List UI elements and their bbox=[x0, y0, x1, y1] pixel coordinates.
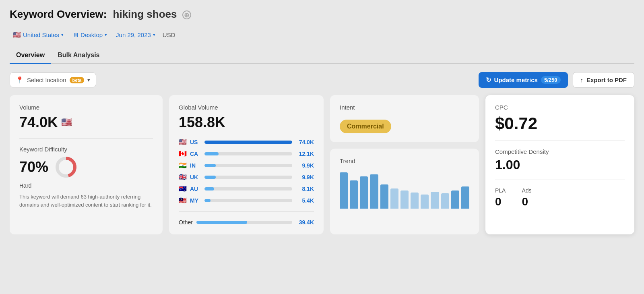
cpc-label: CPC bbox=[495, 104, 625, 111]
location-placeholder: Select location bbox=[27, 77, 66, 83]
pla-item: PLA 0 bbox=[495, 187, 506, 208]
pla-value: 0 bbox=[495, 195, 506, 208]
toolbar: 📍 Select location beta ▾ ↻ Update metric… bbox=[10, 72, 634, 88]
tabs-bar: Overview Bulk Analysis bbox=[10, 48, 634, 64]
location-selector-btn[interactable]: 🇺🇸 United States ▾ bbox=[10, 29, 67, 40]
global-volume-card: Global Volume 158.8K 🇺🇸 US 74.0K 🇨🇦 CA 1… bbox=[169, 95, 324, 234]
device-selector-btn[interactable]: 🖥 Desktop ▾ bbox=[69, 30, 110, 40]
kd-level: Hard bbox=[19, 182, 153, 189]
other-row: Other 39.4K bbox=[179, 219, 314, 226]
trend-bar-6 bbox=[390, 188, 398, 209]
trend-bar-8 bbox=[411, 193, 419, 209]
trend-bar-7 bbox=[400, 190, 409, 209]
location-dropdown-chevron-icon: ▾ bbox=[87, 77, 90, 83]
cpc-value: $0.72 bbox=[495, 114, 625, 133]
comp-density-value: 1.00 bbox=[495, 157, 625, 172]
page-title: Keyword Overview: hiking shoes ⊕ bbox=[10, 8, 191, 21]
ads-value: 0 bbox=[522, 195, 531, 208]
currency-label: USD bbox=[163, 31, 175, 38]
trend-card: Trend bbox=[330, 149, 479, 234]
export-pdf-button[interactable]: ↑ Export to PDF bbox=[573, 72, 635, 88]
kd-row: 70% bbox=[19, 156, 153, 178]
global-volume-value: 158.8K bbox=[179, 114, 314, 131]
device-icon: 🖥 bbox=[72, 31, 78, 38]
export-icon: ↑ bbox=[580, 77, 584, 83]
tab-overview[interactable]: Overview bbox=[10, 48, 51, 64]
location-label: United States bbox=[23, 31, 59, 38]
country-row-ca: 🇨🇦 CA 12.1K bbox=[179, 150, 314, 157]
date-selector-btn[interactable]: Jun 29, 2023 ▾ bbox=[113, 30, 159, 40]
trend-chart bbox=[340, 168, 469, 209]
location-filter[interactable]: 📍 Select location beta ▾ bbox=[10, 72, 96, 87]
trend-bar-13 bbox=[461, 186, 469, 209]
update-metrics-label: Update metrics bbox=[494, 77, 538, 83]
country-row-in: 🇮🇳 IN 9.9K bbox=[179, 161, 314, 169]
trend-bar-10 bbox=[431, 192, 439, 209]
kd-description: This keyword will demand 63 high-authori… bbox=[19, 193, 153, 209]
intent-label: Intent bbox=[340, 104, 469, 111]
header-controls: 🇺🇸 United States ▾ 🖥 Desktop ▾ Jun 29, 2… bbox=[10, 29, 634, 40]
us-flag: 🇺🇸 bbox=[13, 31, 21, 39]
pin-icon: 📍 bbox=[16, 76, 24, 84]
country-row-au: 🇦🇺 AU 8.1K bbox=[179, 185, 314, 193]
keyword-label: hiking shoes bbox=[113, 8, 177, 20]
toolbar-right: ↻ Update metrics 5/250 ↑ Export to PDF bbox=[479, 72, 634, 88]
date-chevron-icon: ▾ bbox=[153, 32, 155, 37]
ads-label: Ads bbox=[522, 187, 531, 194]
trend-bar-11 bbox=[441, 193, 449, 209]
pla-ads-row: PLA 0 Ads 0 bbox=[495, 187, 625, 208]
kd-donut bbox=[55, 156, 77, 178]
intent-card: Intent Commercial bbox=[330, 95, 479, 142]
global-volume-label: Global Volume bbox=[179, 104, 314, 111]
location-chevron-icon: ▾ bbox=[61, 32, 64, 37]
trend-bar-2 bbox=[350, 180, 358, 209]
trend-bar-12 bbox=[451, 190, 459, 209]
volume-label: Volume bbox=[19, 104, 153, 111]
title-prefix: Keyword Overview: bbox=[10, 8, 107, 20]
trend-bar-5 bbox=[380, 184, 388, 209]
add-keyword-icon[interactable]: ⊕ bbox=[182, 10, 191, 19]
cpc-card: CPC $0.72 Competitive Density 1.00 PLA 0… bbox=[485, 95, 634, 234]
trend-bar-4 bbox=[370, 174, 378, 209]
trend-bar-3 bbox=[360, 176, 368, 209]
trend-bar-1 bbox=[340, 172, 348, 209]
export-label: Export to PDF bbox=[586, 77, 627, 83]
volume-value: 74.0K 🇺🇸 bbox=[19, 114, 153, 131]
country-row-my: 🇲🇾 MY 5.4K bbox=[179, 197, 314, 204]
device-chevron-icon: ▾ bbox=[105, 32, 107, 37]
country-row-us: 🇺🇸 US 74.0K bbox=[179, 138, 314, 146]
volume-kd-card: Volume 74.0K 🇺🇸 Keyword Difficulty 70% H… bbox=[10, 95, 163, 234]
country-row-uk: 🇬🇧 UK 9.9K bbox=[179, 173, 314, 181]
pla-label: PLA bbox=[495, 187, 506, 194]
refresh-icon: ↻ bbox=[486, 76, 491, 84]
ads-item: Ads 0 bbox=[522, 187, 531, 208]
update-counter-badge: 5/250 bbox=[541, 76, 561, 84]
trend-label: Trend bbox=[340, 157, 469, 164]
device-label: Desktop bbox=[80, 31, 103, 38]
comp-density-label: Competitive Density bbox=[495, 148, 625, 155]
intent-trend-col: Intent Commercial Trend bbox=[330, 95, 479, 234]
date-label: Jun 29, 2023 bbox=[116, 31, 151, 38]
kd-label: Keyword Difficulty bbox=[19, 146, 153, 153]
tab-bulk-analysis[interactable]: Bulk Analysis bbox=[51, 48, 106, 64]
update-metrics-button[interactable]: ↻ Update metrics 5/250 bbox=[479, 72, 568, 88]
intent-badge: Commercial bbox=[340, 120, 391, 133]
trend-bar-9 bbox=[421, 195, 429, 209]
cards-grid: Volume 74.0K 🇺🇸 Keyword Difficulty 70% H… bbox=[10, 95, 634, 234]
volume-flag: 🇺🇸 bbox=[61, 117, 72, 128]
beta-badge: beta bbox=[70, 77, 85, 83]
kd-value: 70% bbox=[19, 159, 48, 176]
